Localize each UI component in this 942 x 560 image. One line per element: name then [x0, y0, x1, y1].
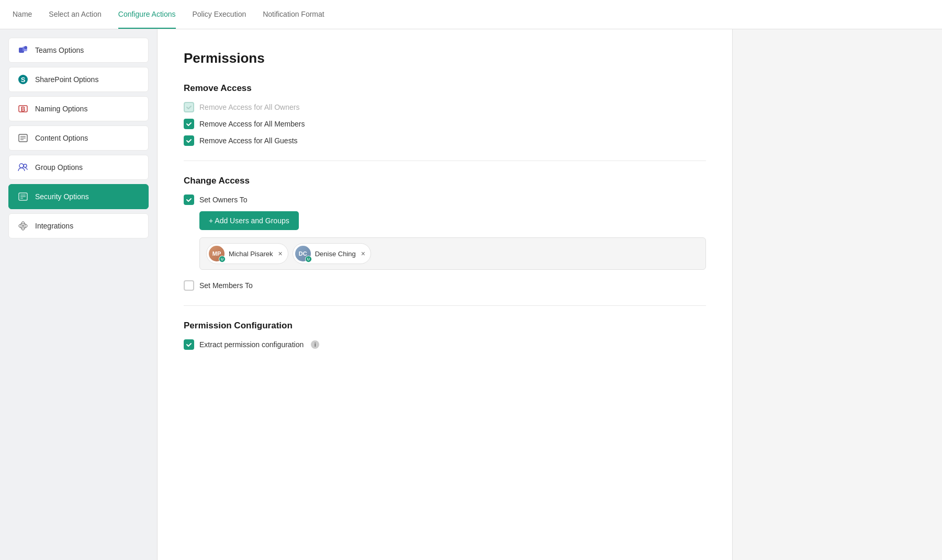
extract-permission-row: Extract permission configuration i — [184, 339, 706, 350]
user-tag-denise: DC U Denise Ching × — [293, 243, 371, 264]
section-divider-1 — [184, 161, 706, 161]
security-icon — [17, 191, 29, 202]
user-tags-container: MP U Michal Pisarek × DC U — [199, 237, 706, 270]
svg-text:S: S — [21, 76, 26, 84]
tab-policy-execution[interactable]: Policy Execution — [193, 1, 246, 29]
permission-config-title: Permission Configuration — [184, 321, 706, 331]
extract-permission-label: Extract permission configuration — [199, 340, 304, 349]
set-owners-label: Set Owners To — [199, 196, 248, 204]
sidebar-item-teams-options[interactable]: Teams Options — [8, 38, 149, 63]
tab-select-action[interactable]: Select an Action — [49, 1, 101, 29]
remove-access-title: Remove Access — [184, 83, 706, 94]
extract-permission-checkbox[interactable] — [184, 339, 194, 350]
sharepoint-icon: S — [17, 74, 29, 85]
layout: Teams Options S SharePoint Options B Nam… — [0, 29, 942, 560]
group-icon — [17, 162, 29, 173]
right-panel — [733, 29, 921, 560]
user-tag-michal: MP U Michal Pisarek × — [206, 243, 288, 264]
remove-guests-row: Remove Access for All Guests — [184, 135, 706, 146]
remove-access-section: Remove Access Remove Access for All Owne… — [184, 83, 706, 146]
remove-members-checkbox[interactable] — [184, 119, 194, 129]
integrations-icon — [17, 220, 29, 232]
sidebar-item-sharepoint-options[interactable]: S SharePoint Options — [8, 67, 149, 92]
sidebar: Teams Options S SharePoint Options B Nam… — [0, 29, 157, 560]
info-icon[interactable]: i — [311, 340, 319, 349]
teams-icon — [17, 44, 29, 56]
sidebar-label-teams-options: Teams Options — [35, 46, 84, 54]
change-access-title: Change Access — [184, 176, 706, 186]
remove-members-row: Remove Access for All Members — [184, 119, 706, 129]
avatar-denise: DC U — [295, 246, 311, 261]
section-divider-2 — [184, 305, 706, 306]
permission-config-section: Permission Configuration Extract permiss… — [184, 321, 706, 350]
top-nav: Name Select an Action Configure Actions … — [0, 0, 942, 29]
main-content: Permissions Remove Access Remove Access … — [157, 29, 733, 560]
svg-point-11 — [19, 164, 24, 168]
sidebar-item-integrations[interactable]: Integrations — [8, 213, 149, 238]
avatar-michal: MP U — [209, 246, 225, 261]
remove-denise-button[interactable]: × — [361, 250, 365, 257]
svg-point-19 — [22, 225, 24, 227]
naming-icon: B — [17, 103, 29, 115]
user-name-michal: Michal Pisarek — [229, 250, 273, 258]
svg-point-12 — [24, 164, 27, 167]
avatar-badge-michal: U — [219, 256, 226, 262]
remove-owners-row: Remove Access for All Owners — [184, 102, 706, 112]
sidebar-label-security-options: Security Options — [35, 192, 89, 201]
remove-owners-label: Remove Access for All Owners — [199, 103, 299, 111]
svg-point-2 — [24, 46, 27, 49]
page-title: Permissions — [184, 50, 706, 66]
set-members-row: Set Members To — [184, 280, 706, 291]
svg-text:B: B — [21, 106, 26, 113]
content-icon — [17, 132, 29, 144]
set-members-checkbox[interactable] — [184, 280, 194, 291]
sidebar-item-content-options[interactable]: Content Options — [8, 125, 149, 151]
sidebar-label-content-options: Content Options — [35, 134, 88, 142]
tab-configure-actions[interactable]: Configure Actions — [118, 1, 176, 29]
set-owners-row: Set Owners To — [184, 195, 706, 205]
avatar-badge-denise: U — [305, 256, 312, 262]
sidebar-label-sharepoint-options: SharePoint Options — [35, 75, 98, 84]
remove-guests-checkbox[interactable] — [184, 135, 194, 146]
change-access-section: Change Access Set Owners To + Add Users … — [184, 176, 706, 291]
sidebar-label-group-options: Group Options — [35, 163, 83, 172]
remove-members-label: Remove Access for All Members — [199, 120, 305, 128]
remove-owners-checkbox[interactable] — [184, 102, 194, 112]
sidebar-item-security-options[interactable]: Security Options — [8, 184, 149, 209]
sidebar-item-naming-options[interactable]: B Naming Options — [8, 96, 149, 121]
sidebar-item-group-options[interactable]: Group Options — [8, 155, 149, 180]
remove-guests-label: Remove Access for All Guests — [199, 136, 298, 145]
sidebar-label-integrations: Integrations — [35, 222, 73, 230]
sidebar-label-naming-options: Naming Options — [35, 105, 87, 113]
tab-notification-format[interactable]: Notification Format — [263, 1, 324, 29]
add-users-groups-button[interactable]: + Add Users and Groups — [199, 211, 299, 230]
user-name-denise: Denise Ching — [315, 250, 356, 258]
set-members-label: Set Members To — [199, 281, 253, 290]
set-owners-checkbox[interactable] — [184, 195, 194, 205]
remove-michal-button[interactable]: × — [278, 250, 283, 257]
tab-name[interactable]: Name — [13, 1, 32, 29]
